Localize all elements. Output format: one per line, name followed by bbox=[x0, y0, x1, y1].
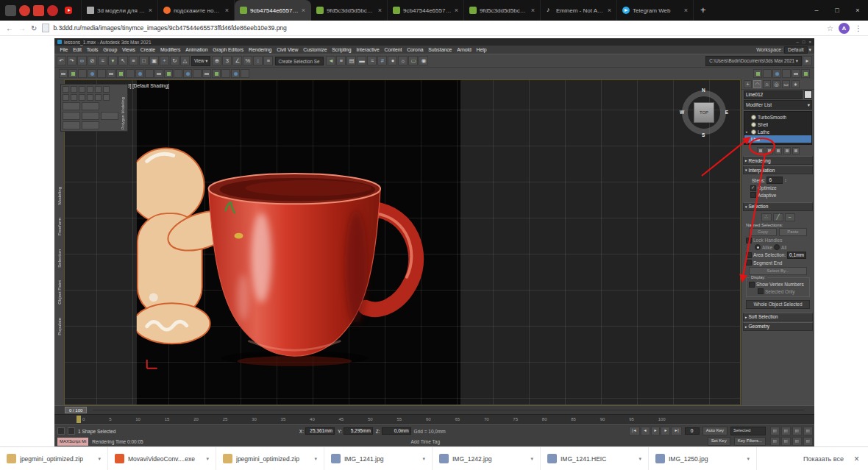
ribbon-button[interactable] bbox=[95, 94, 102, 101]
selection-lock-icon[interactable] bbox=[68, 427, 75, 435]
teapot-render-b-icon[interactable] bbox=[801, 69, 810, 78]
workspace-value[interactable]: Default bbox=[784, 46, 808, 54]
viewport-layout-icon[interactable] bbox=[753, 69, 762, 78]
tab-close-icon[interactable]: × bbox=[455, 7, 458, 14]
rollout-interpolation-header[interactable]: ▾ Interpolation bbox=[743, 165, 813, 174]
menu-arnold[interactable]: Arnold bbox=[455, 47, 474, 52]
download-caret-icon[interactable]: ▾ bbox=[314, 456, 317, 462]
x-value-field[interactable]: 25,361mm bbox=[305, 427, 335, 435]
select-move-icon[interactable]: + bbox=[160, 56, 169, 65]
layer-explorer-icon[interactable] bbox=[202, 69, 211, 78]
viewcube[interactable]: TOP N S W E bbox=[680, 89, 728, 136]
next-frame-button[interactable]: ► bbox=[661, 427, 670, 435]
smart-select-icon[interactable] bbox=[116, 69, 125, 78]
download-caret-icon[interactable]: ▾ bbox=[422, 456, 425, 462]
sub-element-icon[interactable] bbox=[164, 69, 173, 78]
ribbon-button[interactable] bbox=[82, 112, 99, 120]
sub-vertex-icon[interactable] bbox=[126, 69, 135, 78]
download-caret-icon[interactable]: ▾ bbox=[530, 456, 533, 462]
current-frame-marker[interactable] bbox=[77, 416, 81, 423]
time-slider[interactable]: 0 / 100 bbox=[54, 405, 814, 414]
tab-image-2[interactable]: 9fd5c3dd5d5bc6410c...× bbox=[311, 0, 388, 21]
panel-tab-display[interactable]: ▭ bbox=[782, 80, 790, 88]
pinned-site-red-3-icon[interactable] bbox=[47, 5, 58, 16]
menu-graph-editors[interactable]: Graph Editors bbox=[210, 47, 246, 52]
ribbon-button[interactable] bbox=[101, 112, 118, 120]
download-item[interactable]: jpegmini_optimized.zip▾ bbox=[216, 447, 324, 470]
menu-civil-view[interactable]: Civil View bbox=[274, 47, 301, 52]
spinner-icon[interactable]: ↕ bbox=[784, 178, 786, 182]
named-selection-sets-field[interactable]: Create Selection Se bbox=[275, 57, 324, 65]
download-caret-icon[interactable]: ▾ bbox=[98, 456, 101, 462]
ribbon-button[interactable] bbox=[63, 112, 80, 120]
key-filters-button[interactable]: Key Filters... bbox=[734, 437, 766, 446]
sub-border-icon[interactable] bbox=[145, 69, 154, 78]
panel-tab-hierarchy[interactable]: ⌂ bbox=[763, 80, 771, 88]
browser-menu-icon[interactable]: ⋮ bbox=[855, 24, 862, 32]
close-downloads-bar-icon[interactable]: × bbox=[854, 454, 868, 464]
ribbon-tab-freeform[interactable]: Freeform bbox=[57, 218, 62, 235]
snap-options-icon[interactable] bbox=[68, 69, 77, 78]
menu-customize[interactable]: Customize bbox=[301, 47, 330, 52]
menu-tools[interactable]: Tools bbox=[84, 47, 101, 52]
y-value-field[interactable]: 5,295mm bbox=[344, 427, 373, 435]
axis-y-icon[interactable] bbox=[88, 69, 96, 78]
subobject-spline-button[interactable]: ~ bbox=[785, 213, 795, 221]
menu-scripting[interactable]: Scripting bbox=[330, 47, 354, 52]
steps-field[interactable]: 6 bbox=[766, 177, 783, 184]
download-item[interactable]: IMG_1241.jpg▾ bbox=[324, 447, 433, 470]
url-box[interactable]: b.3ddd.ru/media/images/tinymce_images/9c… bbox=[42, 24, 822, 32]
modifier-line[interactable]: ▸Line bbox=[744, 135, 811, 143]
pinned-site-red-2-icon[interactable] bbox=[33, 5, 44, 16]
ribbon-button[interactable] bbox=[79, 86, 85, 93]
menu-modifiers[interactable]: Modifiers bbox=[158, 47, 183, 52]
modifier-turbosmooth[interactable]: ▸TurboSmooth bbox=[744, 113, 811, 121]
tab-close-icon[interactable]: × bbox=[302, 7, 305, 14]
optimize-checkbox[interactable] bbox=[750, 185, 756, 191]
unlink-icon[interactable]: ⊘ bbox=[88, 56, 97, 65]
edit-named-sets-icon[interactable]: ≡ bbox=[263, 56, 273, 65]
axis-z-icon[interactable] bbox=[97, 69, 106, 78]
snap-standard-icon[interactable] bbox=[59, 69, 68, 78]
sub-edge-icon[interactable] bbox=[135, 69, 144, 78]
z-value-field[interactable]: 0,0mm bbox=[382, 427, 411, 435]
viewcube-north[interactable]: N bbox=[702, 88, 705, 93]
all-radio[interactable] bbox=[774, 244, 780, 250]
viewcube-east[interactable]: E bbox=[725, 110, 728, 115]
panel-tab-create[interactable]: + bbox=[744, 80, 752, 88]
snaps-toggle-3d-icon[interactable]: 3 bbox=[222, 56, 232, 65]
ribbon-tab-modeling[interactable]: Modeling bbox=[57, 187, 62, 204]
visibility-bulb-icon[interactable] bbox=[751, 122, 756, 127]
ribbon-button[interactable] bbox=[63, 94, 69, 101]
select-rotate-icon[interactable]: ↻ bbox=[170, 56, 179, 65]
select-scale-icon[interactable]: △ bbox=[180, 56, 190, 65]
display-mode-b-icon[interactable] bbox=[221, 69, 230, 78]
select-link-icon[interactable]: ∞ bbox=[77, 56, 87, 65]
ribbon-button[interactable] bbox=[79, 94, 85, 101]
safe-frames-icon[interactable] bbox=[763, 69, 772, 78]
time-slider-handle[interactable]: 0 / 100 bbox=[65, 407, 87, 413]
track-bar[interactable]: 0510152025303540455055606570758085909510… bbox=[54, 414, 814, 424]
menu-help[interactable]: Help bbox=[474, 47, 489, 52]
ribbon-button[interactable] bbox=[63, 121, 80, 129]
back-icon[interactable]: ← bbox=[6, 21, 13, 36]
isolate-toggle-icon[interactable] bbox=[57, 427, 65, 435]
adaptive-checkbox[interactable] bbox=[750, 192, 756, 198]
ribbon-toggle-icon[interactable]: ▬ bbox=[357, 56, 366, 65]
time-slider-track[interactable] bbox=[93, 410, 804, 410]
orbit-button[interactable] bbox=[781, 427, 791, 435]
viewcube-top-face[interactable]: TOP bbox=[694, 102, 714, 123]
paste-button[interactable]: Paste bbox=[779, 228, 807, 236]
menu-interactive[interactable]: Interactive bbox=[354, 47, 382, 52]
avatar[interactable]: A bbox=[839, 23, 850, 34]
viewport[interactable]: [+] [Orthographic] [Standard] [Default S… bbox=[64, 79, 741, 405]
ribbon-button[interactable] bbox=[71, 94, 77, 101]
menu-animation[interactable]: Animation bbox=[183, 47, 210, 52]
download-caret-icon[interactable]: ▾ bbox=[206, 456, 209, 462]
render-production-icon[interactable]: ◉ bbox=[419, 56, 428, 65]
ribbon-button[interactable] bbox=[95, 86, 102, 93]
object-name-field[interactable]: Line012 bbox=[744, 90, 803, 99]
ribbon-button[interactable] bbox=[103, 94, 110, 101]
reference-coordinate-system-dropdown[interactable]: View ▾ bbox=[191, 56, 210, 66]
window-crossing-icon[interactable]: ▣ bbox=[149, 56, 159, 65]
